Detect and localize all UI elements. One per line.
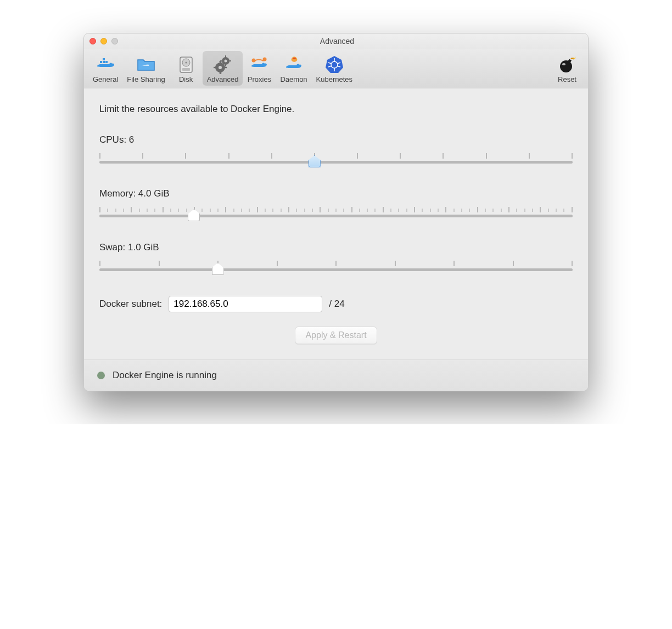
- docker-subnet-label: Docker subnet:: [99, 299, 162, 310]
- svg-rect-13: [229, 60, 231, 61]
- svg-point-33: [562, 63, 565, 65]
- svg-rect-11: [225, 64, 226, 66]
- tab-label: File Sharing: [127, 75, 165, 83]
- tab-label: Proxies: [248, 75, 271, 83]
- kubernetes-icon: [323, 53, 345, 75]
- apply-restart-button[interactable]: Apply & Restart: [295, 327, 377, 344]
- titlebar: Advanced: [84, 33, 588, 49]
- tab-label: Kubernetes: [316, 75, 353, 83]
- docker-subnet-suffix: / 24: [329, 299, 344, 310]
- whale-icon: [94, 53, 116, 75]
- svg-rect-3: [103, 58, 105, 60]
- bomb-icon: [556, 53, 578, 75]
- svg-rect-0: [100, 61, 102, 63]
- memory-section: Memory: 4.0 GiB: [99, 188, 573, 223]
- folder-icon: [135, 53, 157, 75]
- tab-advanced[interactable]: Advanced: [203, 51, 243, 86]
- tab-kubernetes[interactable]: Kubernetes: [312, 51, 357, 86]
- svg-point-15: [219, 66, 222, 69]
- daemon-icon: [283, 53, 305, 75]
- memory-slider[interactable]: [99, 204, 573, 223]
- tab-label: Disk: [179, 75, 193, 83]
- proxies-icon: [248, 53, 270, 75]
- preferences-window: Advanced General File Sharing Disk: [83, 33, 589, 391]
- content-area: Limit the resources available to Docker …: [84, 88, 588, 360]
- svg-rect-19: [224, 67, 227, 68]
- disk-icon: [175, 53, 197, 75]
- cpus-slider[interactable]: [99, 150, 573, 170]
- tab-label: Advanced: [207, 75, 239, 83]
- tab-disk[interactable]: Disk: [170, 51, 203, 86]
- tab-general[interactable]: General: [88, 51, 122, 86]
- swap-section: Swap: 1.0 GiB: [99, 242, 573, 277]
- svg-rect-2: [105, 61, 108, 63]
- docker-subnet-input[interactable]: [169, 296, 322, 312]
- svg-point-9: [224, 60, 227, 63]
- cpus-section: CPUs: 6: [99, 134, 573, 170]
- swap-label: Swap: 1.0 GiB: [99, 242, 573, 253]
- svg-rect-18: [214, 67, 216, 68]
- svg-rect-7: [182, 68, 190, 71]
- toolbar: General File Sharing Disk Adva: [84, 49, 588, 88]
- status-text: Docker Engine is running: [113, 370, 217, 381]
- tab-daemon[interactable]: Daemon: [276, 51, 311, 86]
- window-title: Advanced: [92, 37, 583, 46]
- tab-reset[interactable]: Reset: [551, 51, 584, 86]
- svg-rect-10: [225, 55, 226, 58]
- status-indicator-icon: [97, 372, 105, 379]
- memory-label: Memory: 4.0 GiB: [99, 188, 573, 199]
- tab-filesharing[interactable]: File Sharing: [122, 51, 169, 86]
- status-bar: Docker Engine is running: [84, 360, 588, 391]
- swap-slider[interactable]: [99, 257, 573, 277]
- tab-proxies[interactable]: Proxies: [243, 51, 276, 86]
- tab-label: Reset: [558, 75, 576, 83]
- cpus-label: CPUs: 6: [99, 134, 573, 145]
- svg-rect-1: [103, 61, 105, 63]
- svg-point-6: [185, 62, 187, 64]
- page-description: Limit the resources available to Docker …: [99, 104, 573, 115]
- tab-label: Daemon: [280, 75, 307, 83]
- tab-label: General: [93, 75, 118, 83]
- docker-subnet-row: Docker subnet: / 24: [99, 296, 573, 312]
- gears-icon: [212, 53, 234, 75]
